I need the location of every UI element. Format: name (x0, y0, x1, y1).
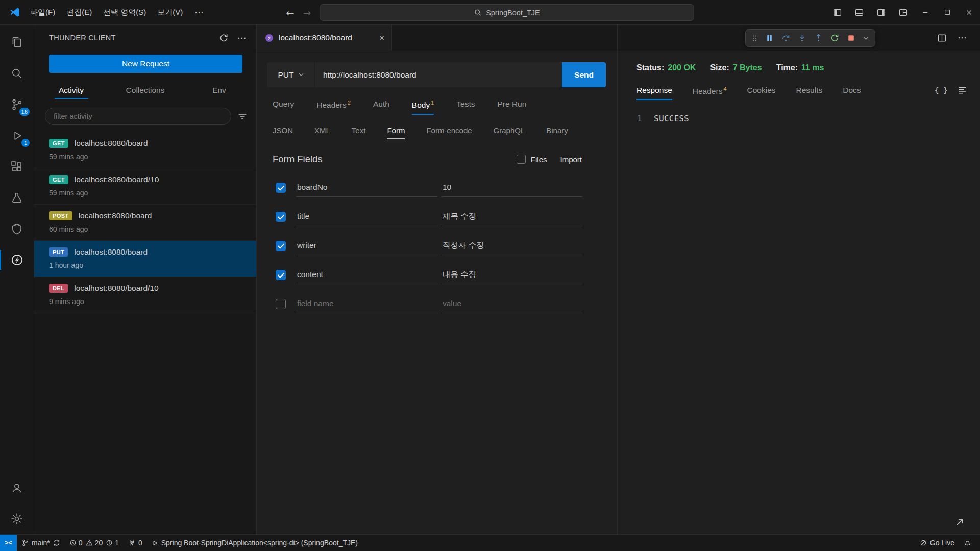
raw-text-lines-icon[interactable] (958, 86, 967, 94)
row-checkbox[interactable] (276, 212, 286, 222)
accounts-icon[interactable] (0, 472, 34, 503)
activity-item[interactable]: POSTlocalhost:8080/board 60 mins ago (34, 205, 256, 241)
field-name-input[interactable] (296, 299, 437, 313)
split-editor-icon[interactable] (938, 34, 946, 42)
source-control-icon[interactable]: 16 (0, 89, 34, 120)
customize-layout-icon[interactable] (892, 0, 914, 24)
tab-query[interactable]: Query (273, 99, 294, 115)
activity-item[interactable]: GETlocalhost:8080/board/10 59 mins ago (34, 168, 256, 205)
format-json-icon[interactable]: { } (935, 86, 948, 94)
ports-item[interactable]: 0 (124, 535, 147, 551)
tab-auth[interactable]: Auth (373, 99, 389, 115)
tab-response-headers[interactable]: Headers4 (693, 86, 727, 101)
stop-dropdown-chevron-icon[interactable] (863, 36, 869, 40)
debug-session-item[interactable]: Spring Boot-SpringDiApplication<spring-d… (147, 535, 362, 551)
new-request-button[interactable]: New Request (49, 55, 242, 73)
field-value-input[interactable] (442, 270, 582, 284)
tab-results[interactable]: Results (796, 86, 823, 100)
pause-icon[interactable] (765, 34, 774, 42)
activity-item[interactable]: DELlocalhost:8080/board/10 9 mins ago (34, 277, 256, 313)
tab-binary[interactable]: Binary (546, 126, 568, 139)
tab-activity[interactable]: Activity (34, 79, 108, 102)
tab-body[interactable]: Body1 (412, 99, 434, 115)
sidebar-more-icon[interactable]: ⋯ (237, 33, 246, 43)
tab-form[interactable]: Form (387, 126, 405, 139)
menu-edit[interactable]: 편집(E) (61, 0, 97, 24)
resize-ne-arrow-icon[interactable] (955, 517, 965, 527)
field-value-input[interactable] (442, 241, 582, 255)
layout-sidebar-left-icon[interactable] (826, 0, 848, 24)
row-checkbox[interactable] (276, 183, 286, 193)
run-debug-icon[interactable]: 1 (0, 120, 34, 151)
testing-icon[interactable] (0, 182, 34, 213)
field-value-input[interactable] (442, 299, 582, 313)
field-value-input[interactable] (442, 183, 582, 197)
menu-file[interactable]: 파일(F) (24, 0, 61, 24)
shield-extension-icon[interactable] (0, 213, 34, 244)
step-into-icon[interactable] (798, 34, 806, 42)
layout-sidebar-right-icon[interactable] (870, 0, 892, 24)
menu-more-icon[interactable]: ⋯ (188, 7, 209, 18)
import-button[interactable]: Import (560, 155, 582, 164)
command-center-search[interactable]: SpringBoot_TJE (320, 4, 694, 21)
tab-pre-run[interactable]: Pre Run (497, 99, 526, 115)
git-branch-item[interactable]: main* (17, 535, 65, 551)
files-checkbox[interactable] (517, 155, 526, 164)
maximize-button[interactable] (936, 0, 958, 24)
tab-xml[interactable]: XML (314, 126, 330, 139)
step-out-icon[interactable] (814, 34, 823, 42)
field-name-input[interactable] (296, 241, 437, 255)
extensions-icon[interactable] (0, 151, 34, 182)
explorer-icon[interactable] (0, 27, 34, 58)
tab-graphql[interactable]: GraphQL (494, 126, 525, 139)
back-icon[interactable]: ← (286, 7, 295, 18)
tab-collections[interactable]: Collections (108, 79, 182, 102)
minimize-button[interactable] (914, 0, 936, 24)
method-select[interactable]: PUT (267, 62, 315, 87)
search-sidebar-icon[interactable] (0, 58, 34, 89)
field-name-input[interactable] (296, 212, 437, 226)
tab-docs[interactable]: Docs (843, 86, 861, 100)
stop-icon[interactable] (847, 34, 855, 42)
problems-item[interactable]: 0 20 1 (65, 535, 124, 551)
tab-tests[interactable]: Tests (456, 99, 475, 115)
filter-activity-input[interactable] (45, 108, 231, 125)
tab-cookies[interactable]: Cookies (747, 86, 776, 100)
tab-close-icon[interactable]: × (379, 34, 384, 42)
close-button[interactable] (958, 0, 980, 24)
restart-icon[interactable] (830, 34, 839, 42)
field-value-input[interactable] (442, 212, 582, 226)
remote-indicator[interactable]: >< (0, 535, 17, 551)
send-button[interactable]: Send (562, 62, 606, 87)
row-checkbox[interactable] (276, 299, 286, 309)
row-checkbox[interactable] (276, 270, 286, 280)
thunder-client-icon[interactable] (0, 244, 34, 276)
tab-json[interactable]: JSON (273, 126, 293, 139)
settings-gear-icon[interactable] (0, 503, 34, 534)
editor-more-actions-icon[interactable]: ⋯ (958, 32, 967, 43)
field-name-input[interactable] (296, 270, 437, 284)
tab-text[interactable]: Text (352, 126, 366, 139)
menu-view[interactable]: 보기(V) (152, 0, 188, 24)
forward-icon[interactable]: → (303, 7, 311, 18)
go-live-item[interactable]: Go Live (915, 535, 959, 551)
tab-form-encode[interactable]: Form-encode (426, 126, 472, 139)
field-name-input[interactable] (296, 183, 437, 197)
menu-selection[interactable]: 선택 영역(S) (97, 0, 152, 24)
filter-icon[interactable] (238, 112, 247, 121)
tab-response[interactable]: Response (636, 86, 672, 100)
tab-headers[interactable]: Headers2 (316, 99, 351, 115)
drag-grip-icon[interactable] (752, 34, 757, 42)
activity-item[interactable]: GETlocalhost:8080/board 59 mins ago (34, 132, 256, 168)
command-center-text: SpringBoot_TJE (486, 9, 540, 17)
activity-item-selected[interactable]: PUTlocalhost:8080/board 1 hour ago (34, 241, 256, 277)
step-over-icon[interactable] (781, 34, 790, 42)
editor-tab[interactable]: localhost:8080/board × (257, 25, 392, 51)
layout-panel-icon[interactable] (848, 0, 870, 24)
url-input[interactable] (315, 62, 562, 87)
debug-toolbar (745, 29, 875, 47)
refresh-icon[interactable] (219, 34, 228, 42)
notifications-bell-item[interactable] (959, 535, 976, 551)
row-checkbox[interactable] (276, 241, 286, 251)
tab-env[interactable]: Env (182, 79, 256, 102)
